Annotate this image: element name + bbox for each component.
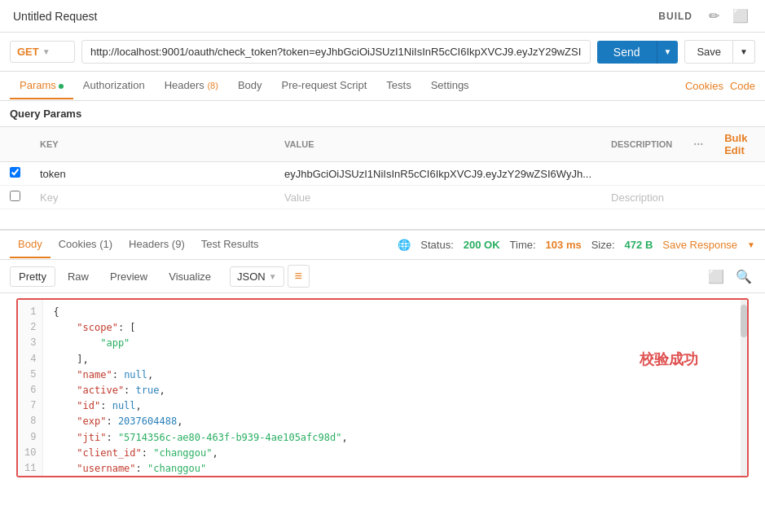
col-value-header: VALUE xyxy=(275,127,601,162)
bulk-edit-button[interactable]: Bulk Edit xyxy=(724,132,747,156)
empty-actions xyxy=(682,186,714,209)
send-button-group: Send ▼ xyxy=(597,41,679,64)
line-numbers: 12345 678910 1112 xyxy=(18,300,43,476)
params-dot xyxy=(59,84,64,89)
key-value: token xyxy=(40,168,66,180)
table-row-empty: Key Value Description xyxy=(0,186,765,209)
chevron-down-icon: ▼ xyxy=(42,47,51,56)
status-value: 200 OK xyxy=(464,239,500,251)
response-tab-cookies[interactable]: Cookies (1) xyxy=(51,231,121,258)
desc-placeholder: Description xyxy=(611,191,664,204)
time-label: Time: xyxy=(510,239,536,251)
bulk-edit-cell: Bulk Edit xyxy=(714,127,765,162)
save-button[interactable]: Save xyxy=(684,40,733,64)
request-tabs-list: Params Authorization Headers (8) Body Pr… xyxy=(10,73,479,99)
empty-row-checkbox[interactable] xyxy=(10,191,20,201)
scrollbar-thumb xyxy=(741,305,747,337)
code-content: { "scope": [ "app" ], "name": null, "act… xyxy=(43,300,747,476)
row-checkbox[interactable] xyxy=(10,167,20,178)
body-actions: ⬜ 🔍 xyxy=(705,266,755,288)
tab-body[interactable]: Body xyxy=(228,73,272,99)
response-tabs-list: Body Cookies (1) Headers (9) Test Result… xyxy=(10,231,267,258)
tab-headers[interactable]: Headers (8) xyxy=(155,73,228,99)
tab-tests[interactable]: Tests xyxy=(376,73,420,99)
params-table: KEY VALUE DESCRIPTION ··· Bulk Edit toke… xyxy=(0,126,765,209)
response-meta: 🌐 Status: 200 OK Time: 103 ms Size: 472 … xyxy=(398,239,755,251)
build-button[interactable]: BUILD xyxy=(652,7,699,25)
format-value: JSON xyxy=(237,270,266,283)
query-params-label: Query Params xyxy=(0,101,765,126)
empty-checkbox-cell xyxy=(0,186,30,209)
method-value: GET xyxy=(17,46,39,58)
response-tab-testresults[interactable]: Test Results xyxy=(193,231,267,258)
view-preview-button[interactable]: Preview xyxy=(101,266,156,287)
response-tab-headers[interactable]: Headers (9) xyxy=(121,231,193,258)
size-label: Size: xyxy=(591,239,615,251)
view-visualize-button[interactable]: Visualize xyxy=(160,266,220,287)
cookies-link[interactable]: Cookies xyxy=(685,80,723,92)
empty-extra xyxy=(714,186,765,209)
request-tabs-right: Cookies Code xyxy=(685,80,755,92)
vertical-scrollbar[interactable] xyxy=(741,300,747,476)
send-button[interactable]: Send xyxy=(597,41,657,64)
copy-icon-button[interactable]: ⬜ xyxy=(729,5,752,27)
size-value: 472 B xyxy=(625,239,653,251)
tab-authorization[interactable]: Authorization xyxy=(73,73,155,99)
tab-settings[interactable]: Settings xyxy=(421,73,479,99)
table-row: token eyJhbGciOiJSUzI1NiIsInR5cCI6IkpXVC… xyxy=(0,162,765,186)
col-key-header: KEY xyxy=(30,127,275,162)
body-toolbar: Pretty Raw Preview Visualize JSON ▼ ≡ ⬜ … xyxy=(0,260,765,293)
request-tabs: Params Authorization Headers (8) Body Pr… xyxy=(0,72,765,101)
format-chevron-icon: ▼ xyxy=(269,272,277,281)
key-placeholder: Key xyxy=(40,191,58,204)
search-button[interactable]: 🔍 xyxy=(732,266,755,288)
url-input[interactable] xyxy=(81,40,591,64)
title-bar: Untitled Request BUILD ✏ ⬜ xyxy=(0,0,765,33)
empty-key-cell: Key xyxy=(30,186,275,209)
save-response-chevron[interactable]: ▼ xyxy=(747,240,755,249)
method-selector[interactable]: GET ▼ xyxy=(10,41,75,63)
annotation-text: 校验成功 xyxy=(640,349,698,372)
row-checkbox-cell xyxy=(0,162,30,186)
save-button-group: Save ▼ xyxy=(684,40,755,64)
empty-desc-cell: Description xyxy=(601,186,682,209)
response-section: Body Cookies (1) Headers (9) Test Result… xyxy=(0,229,765,477)
response-tabs: Body Cookies (1) Headers (9) Test Result… xyxy=(0,231,765,260)
response-tab-body[interactable]: Body xyxy=(10,231,51,258)
view-raw-button[interactable]: Raw xyxy=(59,266,98,287)
view-pretty-button[interactable]: Pretty xyxy=(10,266,55,287)
tab-params[interactable]: Params xyxy=(10,73,73,99)
save-dropdown-button[interactable]: ▼ xyxy=(733,40,755,64)
status-label: Status: xyxy=(420,239,453,251)
col-actions-header: ··· xyxy=(682,127,714,162)
code-link[interactable]: Code xyxy=(730,80,755,92)
empty-value-cell: Value xyxy=(275,186,601,209)
actions-cell xyxy=(682,162,714,186)
edit-icon-button[interactable]: ✏ xyxy=(706,5,723,27)
col-checkbox xyxy=(0,127,30,162)
time-value: 103 ms xyxy=(546,239,582,251)
send-dropdown-button[interactable]: ▼ xyxy=(657,41,679,64)
extra-cell xyxy=(714,162,765,186)
wrap-button[interactable]: ≡ xyxy=(288,265,310,288)
tab-prerequest[interactable]: Pre-request Script xyxy=(272,73,377,99)
format-selector[interactable]: JSON ▼ xyxy=(230,266,284,287)
globe-icon: 🌐 xyxy=(398,239,411,251)
more-icon[interactable]: ··· xyxy=(693,138,703,151)
json-code-container: 12345 678910 1112 { "scope": [ "app" ], … xyxy=(16,298,749,477)
key-cell: token xyxy=(30,162,275,186)
value-placeholder: Value xyxy=(284,191,310,204)
request-title: Untitled Request xyxy=(13,10,98,23)
view-buttons: Pretty Raw Preview Visualize JSON ▼ ≡ xyxy=(10,265,310,288)
json-code: { "scope": [ "app" ], "name": null, "act… xyxy=(53,305,737,476)
title-actions: BUILD ✏ ⬜ xyxy=(652,5,752,27)
col-desc-header: DESCRIPTION xyxy=(601,127,682,162)
save-response-button[interactable]: Save Response xyxy=(662,239,737,251)
url-bar: GET ▼ Send ▼ Save ▼ xyxy=(0,33,765,72)
code-wrapper: 12345 678910 1112 { "scope": [ "app" ], … xyxy=(8,298,757,477)
desc-cell xyxy=(601,162,682,186)
copy-button[interactable]: ⬜ xyxy=(705,266,728,288)
value-cell: eyJhbGciOiJSUzI1NiIsInR5cCI6IkpXVCJ9.eyJ… xyxy=(275,162,601,186)
param-value: eyJhbGciOiJSUzI1NiIsInR5cCI6IkpXVCJ9.eyJ… xyxy=(284,168,591,180)
